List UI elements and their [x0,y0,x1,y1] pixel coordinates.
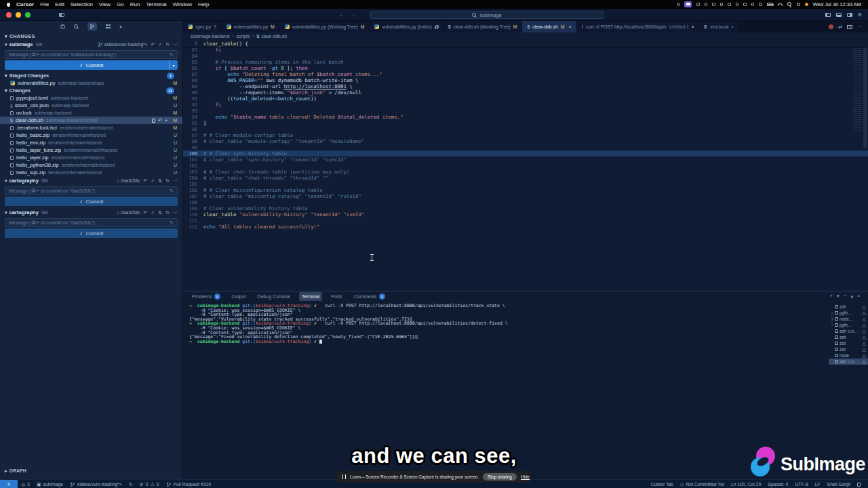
panel-tab-output[interactable]: Output [229,292,249,301]
line-content[interactable]: # clear_table "misconfig-catalog" "tenan… [203,193,361,199]
scm-file-row[interactable]: $clear-ddb.shsubimage-backend/scripts↶+M [0,117,182,124]
line-content[interactable]: echo "Deleting final batch of $batch_cou… [203,71,382,77]
forward-icon[interactable]: → [351,12,355,17]
chevron-up-icon[interactable]: ▴ [850,293,853,298]
editor-tab[interactable]: vulnerabilities.pyM [222,21,280,33]
extensions-icon[interactable] [106,24,111,29]
check-icon[interactable]: ✓ [151,210,155,215]
panel-tab-debug-console[interactable]: Debug Console [255,292,293,301]
line-content[interactable]: fi [203,102,221,108]
scm-file-row[interactable]: pyproject.tomlsubimage-backendM [0,94,182,102]
menu-item-go[interactable]: Go [117,1,124,7]
status-icon[interactable] [736,3,739,6]
split-line-icon[interactable]: ─ [843,293,846,298]
commit-button[interactable]: ✓Commit [5,228,178,238]
scm-file-row[interactable]: vulnerabilities.pysubimage-backend/appM [0,79,182,87]
menu-item-help[interactable]: Help [198,1,209,7]
panel-tab-comments[interactable]: Comments3 [351,292,388,301]
terminal-session-row[interactable]: ├node…△ [829,316,868,322]
menu-app-name[interactable]: Cursor [16,1,34,7]
commit-dropdown[interactable]: ▾ [169,60,178,70]
swap-icon[interactable]: ⇅ [158,210,162,215]
panel-tab-ports[interactable]: Ports [328,292,344,301]
check-icon[interactable]: ✓ [151,178,155,183]
terminal-session-row[interactable]: zsh△ [829,340,868,346]
scm-file-row[interactable]: hello_layer.zipterraform/internal/infra/… [0,154,182,161]
line-content[interactable]: --endpoint-url http://localhost:8001 \ [203,83,353,89]
close-window-button[interactable] [6,12,12,18]
discard-icon[interactable]: ↶ [151,42,155,47]
close-icon[interactable]: × [857,293,860,298]
repo-ref[interactable]: ksikka/vuln-tracking*+ [98,42,147,47]
line-content[interactable]: echo "$table_name table cleared! Deleted… [203,114,403,120]
terminal-session-row[interactable]: zsh△ [829,346,868,352]
refresh-icon[interactable]: ↻ [165,210,170,215]
repo-header-cartography[interactable]: ▾cartographyGit○0aa3c53c↶✓⇅↻⋯ [0,208,182,217]
line-content[interactable]: # clear_table "chat-threads" "threadId" … [203,175,329,181]
scm-file-row[interactable]: hello_python38.zipterraform/internal/inf… [0,161,182,169]
line-content[interactable]: # # Clear module-configs table [203,132,293,138]
layout-right-icon[interactable] [847,13,852,17]
editor-tab[interactable]: $clear-ddb.sh (Working Tree)M [443,21,523,33]
compare-changes-icon[interactable]: ⇄ [838,24,842,29]
status-icon[interactable] [712,3,715,6]
commit-button[interactable]: ✓Commit [5,197,178,206]
scm-file-row[interactable]: hello_env.zipterraform/internal/infra/pr… [0,139,182,146]
menubar-clock[interactable]: Wed Jul 30 12:33 AM [813,1,861,7]
pause-icon[interactable] [342,474,346,479]
editor-tab[interactable]: $.env.local● [699,21,738,33]
status-icon[interactable] [720,3,724,6]
line-content[interactable]: # # Clear chat-threads table (partition … [203,169,349,175]
pencil-icon[interactable]: ✎ [170,52,174,57]
line-content[interactable]: --request-items "$batch_json" > /dev/nul… [203,89,361,96]
line-content[interactable]: # clear_table "sync-history" "tenantId" … [203,157,347,163]
alert-dot-icon[interactable] [805,3,808,6]
stage-icon[interactable]: + [165,118,167,123]
history-icon[interactable] [60,24,65,29]
zoom-window-button[interactable] [25,12,31,18]
chevron-down-icon[interactable]: ▾ [119,24,122,29]
commit-message-input[interactable]: Message (⌘↵ to commit on "0aa3c53c")✎ [5,186,178,195]
line-content[interactable]: echo "All tables cleared successfully!" [203,224,319,230]
pencil-icon[interactable]: ✎ [170,188,174,193]
menu-item-window[interactable]: Window [173,1,192,7]
status-icon[interactable] [705,3,708,6]
scm-file-row[interactable]: .terraform.lock.hclterraform/internal/in… [0,124,182,131]
commit-message-input[interactable]: Message (⌘↵ to commit on "ksikka/vuln-tr… [5,50,178,59]
mic-icon[interactable] [677,3,679,6]
search-icon[interactable] [787,2,792,7]
port-forward-indicator[interactable]: ◎3 [18,480,33,488]
changes-group-header[interactable]: ▾Staged Changes1 [0,72,182,79]
line-content[interactable]: clear_table "vulnerability-history" "ten… [203,211,364,218]
editor-tab[interactable]: sync.py9 [183,21,222,33]
scm-file-row[interactable]: {}sbom_cdx.jsonsubimage-backendU [0,102,182,109]
editor-tab[interactable]: vulnerabilities.py (Index) [370,21,443,33]
status-icon[interactable] [728,3,731,6]
more-icon[interactable]: ⋯ [173,210,178,215]
repo-ref[interactable]: ○0aa3c53c [117,210,140,215]
line-content[interactable]: ((total_deleted+=batch_count)) [203,96,317,102]
status-icon[interactable] [743,3,747,6]
apple-icon[interactable] [7,3,10,7]
breadcrumb-item[interactable]: $clear-ddb.sh [257,34,287,39]
line-content[interactable]: # Clear vulnerability history table [203,205,308,211]
back-icon[interactable]: ← [339,12,344,17]
status-icon[interactable] [696,3,700,6]
record-icon[interactable] [829,24,833,29]
workspace-indicator[interactable]: ▣subimage [33,480,66,488]
line-content[interactable]: # # Clear misconfiguration catalog table [203,187,323,193]
breadcrumb-item[interactable]: subimage-backend [191,34,229,39]
code-editor[interactable]: 83 fi8485 # Process remaining items in t… [183,47,868,291]
command-center-search[interactable]: subimage [370,11,604,19]
refresh-icon[interactable]: ↻ [165,42,170,47]
terminal-session-row[interactable]: zshsub…△ [829,328,868,334]
line-content[interactable]: # # Clear sync-history table [203,150,287,157]
cursor-status-button[interactable]: ϟ [0,480,18,488]
chevron-down-icon[interactable]: ▾ [837,293,840,298]
repo-ref[interactable]: ○0aa3c53c [117,178,140,183]
minimize-window-button[interactable] [16,12,21,18]
menu-item-run[interactable]: Run [130,1,140,7]
scm-file-row[interactable]: uv.locksubimage-backendM [0,109,182,117]
commit-status-indicator[interactable]: ◇Not Committed Yet [677,480,728,488]
discard-icon[interactable]: ↶ [144,178,148,183]
